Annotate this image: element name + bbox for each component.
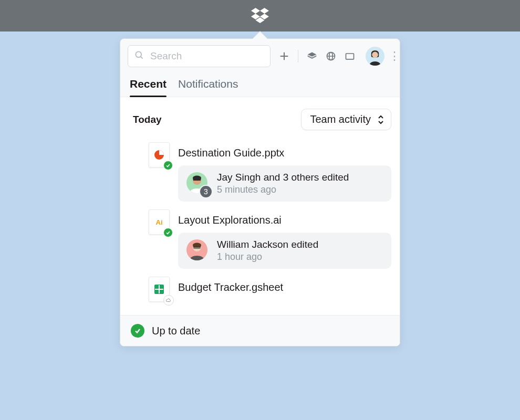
globe-icon[interactable] <box>325 50 337 62</box>
svg-marker-0 <box>251 8 260 14</box>
svg-rect-24 <box>193 247 201 249</box>
activity-text: William Jackson edited <box>217 239 318 250</box>
search-icon <box>134 50 144 62</box>
toolbar: ⋮ <box>120 39 400 74</box>
add-icon[interactable] <box>278 50 290 62</box>
sync-complete-icon <box>163 228 173 237</box>
cloud-only-icon <box>163 295 174 306</box>
more-menu-icon[interactable]: ⋮ <box>391 50 398 62</box>
activity-time: 1 hour ago <box>217 251 318 262</box>
filter-label: Team activity <box>310 113 371 125</box>
search-field-wrap <box>128 45 271 67</box>
stepper-icon <box>377 114 384 125</box>
activity-time: 5 minutes ago <box>217 184 349 195</box>
user-avatar[interactable] <box>366 47 384 66</box>
search-input[interactable] <box>128 45 271 67</box>
activity-card[interactable]: William Jackson edited 1 hour ago <box>178 233 391 269</box>
svg-point-5 <box>136 51 141 57</box>
section-title: Today <box>133 114 162 125</box>
svg-marker-1 <box>260 8 269 14</box>
activity-text: Jay Singh and 3 others edited <box>217 172 349 183</box>
file-row[interactable]: Ai Layout Explorations.ai <box>131 202 391 269</box>
dropbox-stack-icon[interactable] <box>306 50 318 62</box>
svg-rect-14 <box>346 54 354 59</box>
svg-line-6 <box>141 57 143 59</box>
tabs: Recent Notifications <box>120 75 400 97</box>
folder-outline-icon[interactable] <box>344 50 356 62</box>
status-bar: Up to date <box>120 315 400 346</box>
activity-avatar <box>186 239 210 262</box>
file-icon: Ai <box>148 209 171 235</box>
status-text: Up to date <box>152 325 200 337</box>
file-name: Layout Explorations.ai <box>178 214 391 226</box>
toolbar-actions: ⋮ <box>278 47 398 66</box>
file-name: Budget Tracker.gsheet <box>178 281 391 293</box>
activity-avatar: 3 <box>186 172 210 195</box>
dropbox-tray-panel: ⋮ Recent Notifications Today Team activi… <box>120 38 400 346</box>
file-row[interactable]: Destination Guide.pptx 3 <box>131 134 391 202</box>
file-row[interactable]: Budget Tracker.gsheet <box>131 269 391 310</box>
sync-complete-icon <box>163 161 173 170</box>
svg-text:Ai: Ai <box>156 218 163 226</box>
status-check-icon <box>131 324 144 338</box>
activity-filter[interactable]: Team activity <box>301 109 391 130</box>
file-name: Destination Guide.pptx <box>178 147 391 159</box>
tab-notifications[interactable]: Notifications <box>178 75 238 97</box>
activity-card[interactable]: 3 Jay Singh and 3 others edited 5 minute… <box>178 165 391 202</box>
dropbox-logo-icon <box>251 8 269 24</box>
os-menubar <box>0 0 520 32</box>
svg-point-17 <box>372 51 378 58</box>
tab-recent[interactable]: Recent <box>130 75 167 97</box>
recent-content: Today Team activity <box>120 97 400 315</box>
others-count-badge: 3 <box>199 185 213 198</box>
file-icon <box>148 276 171 302</box>
svg-marker-9 <box>308 52 317 57</box>
file-icon <box>148 142 171 168</box>
